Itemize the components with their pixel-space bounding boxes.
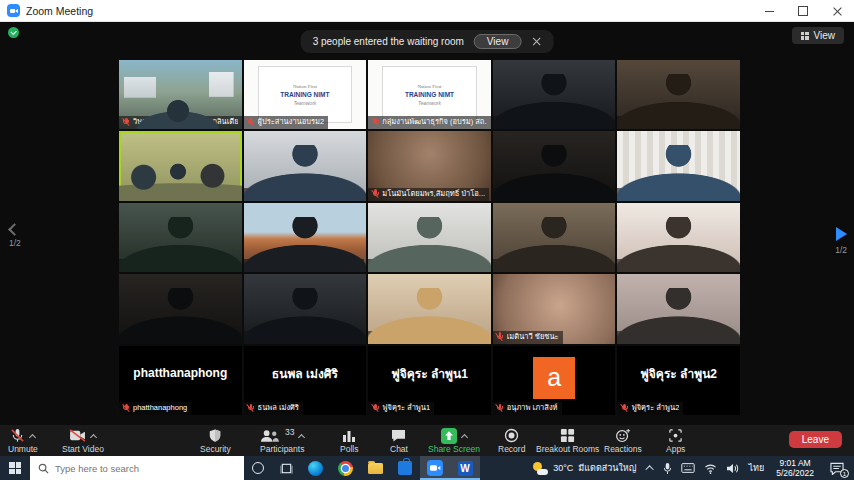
participant-name-label: อนุภาพ เภาสิงห์ — [493, 402, 562, 415]
apps-button[interactable]: Apps — [666, 427, 685, 454]
notification-view-button[interactable]: View — [474, 34, 522, 49]
participant-tile[interactable]: ทวีกาญจน์ ช้างทอง — [244, 131, 367, 200]
participant-tile-active-speaker[interactable]: พรอาภ, หวีศักดิ์, จตุพร, เจริญศัก... — [119, 131, 242, 200]
previous-page-control[interactable]: 1/2 — [9, 225, 21, 248]
participant-tile[interactable]: Jutarat Tanarom — [617, 274, 740, 343]
taskbar-clock[interactable]: 9:01 AM 5/26/2022 — [770, 456, 820, 480]
participant-tile[interactable]: เมตินาวี ชัยชนะ — [493, 274, 616, 343]
participant-name-label: กลุ่มงานพัฒนาธุรกิจ (อบรม) สถ... — [368, 116, 491, 129]
wifi-icon[interactable] — [704, 463, 717, 474]
taskbar-weather[interactable]: 30°C มีแดดส่วนใหญ่ — [526, 456, 642, 480]
muted-mic-icon — [371, 261, 379, 270]
participant-tile[interactable]: ญาณิศา ป่าต้นเทวี — [368, 203, 491, 272]
participant-name-label: ทวีกาญจน์ ช้างทอง — [244, 188, 324, 201]
maximize-button[interactable] — [786, 0, 820, 22]
participant-tile[interactable]: a อนุภาพ เภาสิงห์ — [493, 346, 616, 415]
next-page-control[interactable]: 1/2 — [835, 227, 847, 255]
participant-tile[interactable]: วุฒิพล ตันหน่า Unilamp Co.,L... — [244, 203, 367, 272]
next-page-arrow-icon[interactable] — [836, 227, 847, 241]
task-view-icon — [280, 462, 293, 475]
search-input[interactable] — [55, 463, 225, 474]
taskbar-app-edge[interactable] — [300, 456, 330, 480]
video-options-caret-icon[interactable] — [90, 433, 97, 440]
start-button[interactable] — [0, 456, 30, 480]
taskbar-app-word[interactable] — [450, 456, 480, 480]
participant-tile[interactable]: ฉัตรธิดา วรรณภิระ — [119, 203, 242, 272]
camera-off-icon — [69, 429, 86, 442]
search-icon — [38, 463, 49, 474]
participant-name-label: นนทพร ขันมาก — [368, 331, 436, 344]
tray-mic-icon[interactable] — [663, 462, 672, 475]
hidden-icons-chevron-icon[interactable] — [646, 465, 654, 473]
view-layout-button[interactable]: View — [792, 27, 845, 44]
participant-tile[interactable]: ปรีชา บุญญจิตน์ — [493, 203, 616, 272]
participant-tile[interactable]: คมชาย มีเทคุณ — [617, 60, 740, 129]
participant-tile[interactable]: นนทพร ขันมาก — [368, 274, 491, 343]
participant-tile[interactable]: ฟูจิคุระ ลำพูน2 ฟูจิคุระ ลำพูน2 — [617, 346, 740, 415]
participant-name-label: วุฒิพล ตันหน่า Unilamp Co.,L... — [244, 259, 365, 272]
participants-options-caret-icon[interactable] — [298, 433, 305, 440]
participant-tile[interactable]: ฟูจิคุระ ลำพูน1 ฟูจิคุระ ลำพูน1 — [368, 346, 491, 415]
touch-keyboard-icon[interactable] — [681, 463, 695, 473]
share-screen-button[interactable]: Share Screen — [428, 427, 480, 454]
breakout-rooms-button[interactable]: Breakout Rooms — [536, 427, 599, 454]
chat-icon — [391, 429, 406, 442]
reactions-button[interactable]: Reactions — [604, 427, 642, 454]
speaker-icon[interactable] — [726, 463, 739, 474]
weather-condition: มีแดดส่วนใหญ่ — [578, 461, 636, 475]
participant-tile[interactable]: ยุติชัย แซ่จั่ง — [617, 203, 740, 272]
notification-close-icon[interactable] — [531, 37, 541, 47]
taskbar-search-box[interactable] — [30, 456, 244, 480]
participant-tile[interactable]: เมธัส ทิพเนหา — [493, 60, 616, 129]
start-video-button[interactable]: Start Video — [62, 427, 104, 454]
muted-mic-icon — [496, 332, 504, 341]
participant-tile[interactable]: ไกรวิชญ์ ปุ่นกลาง — [617, 131, 740, 200]
participant-display-name: ฟูจิคุระ ลำพูน2 — [617, 346, 740, 401]
unmute-options-caret-icon[interactable] — [29, 433, 36, 440]
minimize-button[interactable] — [752, 0, 786, 22]
input-language-indicator[interactable]: ไทย — [748, 461, 764, 475]
task-view-button[interactable] — [272, 456, 300, 480]
notification-count-badge: 1 — [840, 469, 849, 478]
chat-button[interactable]: Chat — [390, 427, 408, 454]
cortana-button[interactable] — [244, 456, 272, 480]
meeting-area: 3 people entered the waiting room View V… — [0, 22, 854, 425]
close-button[interactable] — [820, 0, 854, 22]
participant-tile[interactable]: ไกรสิทธิ์ ไพรทรากุ — [244, 274, 367, 343]
previous-page-arrow-icon[interactable] — [9, 223, 22, 236]
participant-tile[interactable]: จิราวรรณ ขันตาวัด — [119, 274, 242, 343]
unmute-button[interactable]: Unmute — [8, 427, 38, 454]
taskbar-app-zoom[interactable] — [420, 456, 450, 480]
zoom-icon — [427, 460, 443, 476]
participant-tile[interactable]: ธนพล เม่งศิริ ธนพล เม่งศิริ — [244, 346, 367, 415]
meeting-security-shield-icon[interactable] — [8, 27, 19, 38]
participant-name-label: ณัฐภณ สำราญจิน — [493, 188, 569, 201]
polls-button[interactable]: Polls — [340, 427, 358, 454]
participant-tile[interactable]: ณัฐภณ สำราญจิน — [493, 131, 616, 200]
participant-tile[interactable]: Nation First TRAINING NIMT Teamwork ผู้ป… — [244, 60, 367, 129]
participant-tile[interactable]: phatthanaphong phatthanaphong — [119, 346, 242, 415]
participant-tile[interactable]: วิษณุเกตุ : ดร.มนตรี ทองกลิ่นเตียม — [119, 60, 242, 129]
polls-icon — [342, 429, 356, 443]
participant-avatar: a — [533, 357, 575, 399]
leave-button[interactable]: Leave — [789, 431, 842, 448]
action-center-button[interactable]: 1 — [820, 456, 854, 480]
taskbar-app-chrome[interactable] — [330, 456, 360, 480]
muted-mic-icon — [371, 189, 379, 198]
muted-mic-icon — [371, 118, 379, 127]
participant-tile[interactable]: มโนมันโตยมพร,สัมฤทธิ์ ป่าโอ... — [368, 131, 491, 200]
participant-name-label: ฟูจิคุระ ลำพูน1 — [368, 402, 434, 415]
share-options-caret-icon[interactable] — [461, 433, 468, 440]
windows-logo-icon — [9, 462, 21, 474]
participant-name-label: พรอาภ, หวีศักดิ์, จตุพร, เจริญศัก... — [119, 188, 236, 201]
taskbar-app-file-explorer[interactable] — [360, 456, 390, 480]
participants-icon — [260, 429, 279, 443]
windows-taskbar: 30°C มีแดดส่วนใหญ่ ไทย 9:01 AM 5/26/2022… — [0, 456, 854, 480]
record-button[interactable]: Record — [498, 427, 525, 454]
participants-button[interactable]: 33 Participants — [260, 427, 304, 454]
muted-mic-icon — [620, 332, 628, 341]
security-button[interactable]: Security — [200, 427, 231, 454]
participant-tile[interactable]: Nation First TRAINING NIMT Teamwork กลุ่… — [368, 60, 491, 129]
clock-date: 5/26/2022 — [776, 468, 814, 478]
taskbar-app-store[interactable] — [390, 456, 420, 480]
